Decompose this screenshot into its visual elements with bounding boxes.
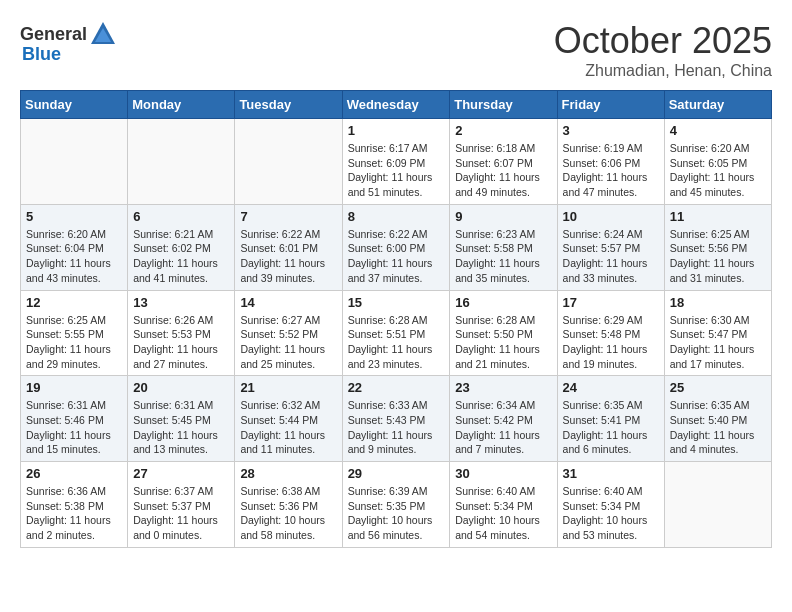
- location: Zhumadian, Henan, China: [554, 62, 772, 80]
- day-info: Sunrise: 6:22 AM Sunset: 6:01 PM Dayligh…: [240, 227, 336, 286]
- day-number: 11: [670, 209, 766, 224]
- day-number: 22: [348, 380, 445, 395]
- day-number: 6: [133, 209, 229, 224]
- day-info: Sunrise: 6:20 AM Sunset: 6:04 PM Dayligh…: [26, 227, 122, 286]
- day-info: Sunrise: 6:30 AM Sunset: 5:47 PM Dayligh…: [670, 313, 766, 372]
- calendar-day-cell: 6Sunrise: 6:21 AM Sunset: 6:02 PM Daylig…: [128, 204, 235, 290]
- calendar-day-cell: 3Sunrise: 6:19 AM Sunset: 6:06 PM Daylig…: [557, 119, 664, 205]
- title-block: October 2025 Zhumadian, Henan, China: [554, 20, 772, 80]
- day-info: Sunrise: 6:31 AM Sunset: 5:45 PM Dayligh…: [133, 398, 229, 457]
- calendar-day-cell: 12Sunrise: 6:25 AM Sunset: 5:55 PM Dayli…: [21, 290, 128, 376]
- weekday-header: Monday: [128, 91, 235, 119]
- day-info: Sunrise: 6:31 AM Sunset: 5:46 PM Dayligh…: [26, 398, 122, 457]
- day-info: Sunrise: 6:21 AM Sunset: 6:02 PM Dayligh…: [133, 227, 229, 286]
- day-info: Sunrise: 6:35 AM Sunset: 5:40 PM Dayligh…: [670, 398, 766, 457]
- calendar-day-cell: 26Sunrise: 6:36 AM Sunset: 5:38 PM Dayli…: [21, 462, 128, 548]
- day-number: 12: [26, 295, 122, 310]
- weekday-header: Saturday: [664, 91, 771, 119]
- calendar-week-row: 5Sunrise: 6:20 AM Sunset: 6:04 PM Daylig…: [21, 204, 772, 290]
- calendar-day-cell: 23Sunrise: 6:34 AM Sunset: 5:42 PM Dayli…: [450, 376, 557, 462]
- day-info: Sunrise: 6:35 AM Sunset: 5:41 PM Dayligh…: [563, 398, 659, 457]
- weekday-header: Tuesday: [235, 91, 342, 119]
- month-title: October 2025: [554, 20, 772, 62]
- day-number: 9: [455, 209, 551, 224]
- calendar-day-cell: 27Sunrise: 6:37 AM Sunset: 5:37 PM Dayli…: [128, 462, 235, 548]
- day-info: Sunrise: 6:19 AM Sunset: 6:06 PM Dayligh…: [563, 141, 659, 200]
- day-number: 4: [670, 123, 766, 138]
- day-number: 5: [26, 209, 122, 224]
- day-number: 2: [455, 123, 551, 138]
- day-info: Sunrise: 6:27 AM Sunset: 5:52 PM Dayligh…: [240, 313, 336, 372]
- day-number: 7: [240, 209, 336, 224]
- day-number: 19: [26, 380, 122, 395]
- day-number: 8: [348, 209, 445, 224]
- day-info: Sunrise: 6:32 AM Sunset: 5:44 PM Dayligh…: [240, 398, 336, 457]
- calendar-day-cell: 20Sunrise: 6:31 AM Sunset: 5:45 PM Dayli…: [128, 376, 235, 462]
- calendar-day-cell: [128, 119, 235, 205]
- day-number: 25: [670, 380, 766, 395]
- calendar-day-cell: 25Sunrise: 6:35 AM Sunset: 5:40 PM Dayli…: [664, 376, 771, 462]
- day-number: 31: [563, 466, 659, 481]
- day-info: Sunrise: 6:24 AM Sunset: 5:57 PM Dayligh…: [563, 227, 659, 286]
- weekday-header: Friday: [557, 91, 664, 119]
- day-number: 13: [133, 295, 229, 310]
- day-info: Sunrise: 6:33 AM Sunset: 5:43 PM Dayligh…: [348, 398, 445, 457]
- day-number: 1: [348, 123, 445, 138]
- page-header: General Blue October 2025 Zhumadian, Hen…: [20, 20, 772, 80]
- calendar-day-cell: 28Sunrise: 6:38 AM Sunset: 5:36 PM Dayli…: [235, 462, 342, 548]
- day-number: 15: [348, 295, 445, 310]
- logo: General Blue: [20, 20, 119, 65]
- day-number: 17: [563, 295, 659, 310]
- calendar-day-cell: 14Sunrise: 6:27 AM Sunset: 5:52 PM Dayli…: [235, 290, 342, 376]
- day-number: 23: [455, 380, 551, 395]
- day-info: Sunrise: 6:28 AM Sunset: 5:50 PM Dayligh…: [455, 313, 551, 372]
- calendar-header-row: SundayMondayTuesdayWednesdayThursdayFrid…: [21, 91, 772, 119]
- day-info: Sunrise: 6:28 AM Sunset: 5:51 PM Dayligh…: [348, 313, 445, 372]
- calendar-day-cell: 17Sunrise: 6:29 AM Sunset: 5:48 PM Dayli…: [557, 290, 664, 376]
- calendar-day-cell: 24Sunrise: 6:35 AM Sunset: 5:41 PM Dayli…: [557, 376, 664, 462]
- calendar-day-cell: 19Sunrise: 6:31 AM Sunset: 5:46 PM Dayli…: [21, 376, 128, 462]
- day-info: Sunrise: 6:18 AM Sunset: 6:07 PM Dayligh…: [455, 141, 551, 200]
- day-info: Sunrise: 6:20 AM Sunset: 6:05 PM Dayligh…: [670, 141, 766, 200]
- calendar-day-cell: 10Sunrise: 6:24 AM Sunset: 5:57 PM Dayli…: [557, 204, 664, 290]
- day-info: Sunrise: 6:36 AM Sunset: 5:38 PM Dayligh…: [26, 484, 122, 543]
- day-info: Sunrise: 6:25 AM Sunset: 5:56 PM Dayligh…: [670, 227, 766, 286]
- day-number: 29: [348, 466, 445, 481]
- calendar-day-cell: 22Sunrise: 6:33 AM Sunset: 5:43 PM Dayli…: [342, 376, 450, 462]
- day-info: Sunrise: 6:23 AM Sunset: 5:58 PM Dayligh…: [455, 227, 551, 286]
- day-number: 24: [563, 380, 659, 395]
- calendar-day-cell: [664, 462, 771, 548]
- day-number: 27: [133, 466, 229, 481]
- day-info: Sunrise: 6:25 AM Sunset: 5:55 PM Dayligh…: [26, 313, 122, 372]
- calendar-day-cell: 15Sunrise: 6:28 AM Sunset: 5:51 PM Dayli…: [342, 290, 450, 376]
- day-info: Sunrise: 6:40 AM Sunset: 5:34 PM Dayligh…: [455, 484, 551, 543]
- calendar-day-cell: 2Sunrise: 6:18 AM Sunset: 6:07 PM Daylig…: [450, 119, 557, 205]
- calendar-week-row: 12Sunrise: 6:25 AM Sunset: 5:55 PM Dayli…: [21, 290, 772, 376]
- calendar-day-cell: 8Sunrise: 6:22 AM Sunset: 6:00 PM Daylig…: [342, 204, 450, 290]
- weekday-header: Wednesday: [342, 91, 450, 119]
- weekday-header: Thursday: [450, 91, 557, 119]
- calendar-week-row: 19Sunrise: 6:31 AM Sunset: 5:46 PM Dayli…: [21, 376, 772, 462]
- day-info: Sunrise: 6:29 AM Sunset: 5:48 PM Dayligh…: [563, 313, 659, 372]
- calendar-day-cell: 7Sunrise: 6:22 AM Sunset: 6:01 PM Daylig…: [235, 204, 342, 290]
- calendar-day-cell: 21Sunrise: 6:32 AM Sunset: 5:44 PM Dayli…: [235, 376, 342, 462]
- calendar-day-cell: [21, 119, 128, 205]
- calendar-day-cell: 11Sunrise: 6:25 AM Sunset: 5:56 PM Dayli…: [664, 204, 771, 290]
- logo-icon: [89, 20, 117, 48]
- day-number: 28: [240, 466, 336, 481]
- calendar-day-cell: 1Sunrise: 6:17 AM Sunset: 6:09 PM Daylig…: [342, 119, 450, 205]
- day-info: Sunrise: 6:17 AM Sunset: 6:09 PM Dayligh…: [348, 141, 445, 200]
- weekday-header: Sunday: [21, 91, 128, 119]
- calendar-day-cell: 5Sunrise: 6:20 AM Sunset: 6:04 PM Daylig…: [21, 204, 128, 290]
- calendar-table: SundayMondayTuesdayWednesdayThursdayFrid…: [20, 90, 772, 548]
- day-number: 30: [455, 466, 551, 481]
- day-number: 16: [455, 295, 551, 310]
- day-info: Sunrise: 6:34 AM Sunset: 5:42 PM Dayligh…: [455, 398, 551, 457]
- logo-blue: Blue: [22, 44, 61, 65]
- day-info: Sunrise: 6:38 AM Sunset: 5:36 PM Dayligh…: [240, 484, 336, 543]
- day-number: 18: [670, 295, 766, 310]
- day-info: Sunrise: 6:40 AM Sunset: 5:34 PM Dayligh…: [563, 484, 659, 543]
- day-number: 21: [240, 380, 336, 395]
- calendar-day-cell: 18Sunrise: 6:30 AM Sunset: 5:47 PM Dayli…: [664, 290, 771, 376]
- calendar-day-cell: 30Sunrise: 6:40 AM Sunset: 5:34 PM Dayli…: [450, 462, 557, 548]
